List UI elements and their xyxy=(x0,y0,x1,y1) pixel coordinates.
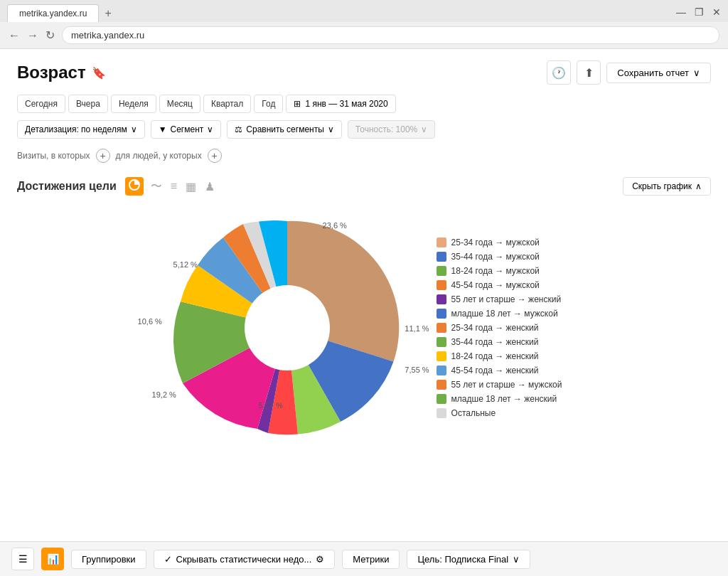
goal-button[interactable]: Цель: Подписка Final ∨ xyxy=(407,550,530,569)
date-range-label: 1 янв — 31 мая 2020 xyxy=(305,99,387,109)
stack-chart-button[interactable]: ≡ xyxy=(169,178,178,194)
hide-stats-button[interactable]: ✓ Скрывать статистически недо... ⚙ xyxy=(154,550,336,569)
label-bottom-left: 19,2 % xyxy=(152,390,176,399)
save-report-button[interactable]: Сохранить отчет ∨ xyxy=(606,63,711,83)
legend-color-2 xyxy=(437,266,446,276)
accuracy-button[interactable]: Точность: 100% ∨ xyxy=(348,120,435,139)
people-label: для людей, у которых xyxy=(116,151,202,161)
legend-item: 45-54 года → мужской xyxy=(437,280,562,290)
date-range-button[interactable]: ⊞ 1 янв — 31 мая 2020 xyxy=(286,95,395,113)
tab-bar: metrika.yandex.ru + — ❐ ✕ xyxy=(0,0,728,22)
visits-label: Визиты, в которых xyxy=(17,151,90,161)
page-header: Возраст 🔖 🕐 ⬆ Сохранить отчет ∨ xyxy=(17,60,711,85)
label-top-left: 5,12 % xyxy=(173,260,198,269)
bar-chart-button[interactable]: ▦ xyxy=(184,178,198,195)
table-view-button[interactable]: ☰ xyxy=(11,548,34,570)
today-filter[interactable]: Сегодня xyxy=(17,95,65,113)
pie-chart xyxy=(166,207,408,449)
chart-title: Достижения цели xyxy=(17,180,117,193)
yesterday-filter[interactable]: Вчера xyxy=(68,95,108,113)
bottom-toolbar: ☰ 📊 Группировки ✓ Скрывать статистически… xyxy=(0,541,728,575)
metrics-button[interactable]: Метрики xyxy=(342,550,400,569)
detail-label: Детализация: по неделям xyxy=(25,124,127,134)
legend-item: 45-54 года → женский xyxy=(437,366,562,375)
legend-item: 55 лет и старше → мужской xyxy=(437,380,562,390)
legend-item: младше 18 лет → мужской xyxy=(437,309,562,319)
compare-dropdown[interactable]: ⚖ Сравнить сегменты ∨ xyxy=(227,120,342,139)
legend-color-12 xyxy=(437,408,446,418)
chart-view-button[interactable]: 📊 xyxy=(41,548,64,570)
window-controls: — ❐ ✕ xyxy=(676,6,721,21)
legend-item: 18-24 года → женский xyxy=(437,351,562,361)
legend-label-12: Остальные xyxy=(451,408,496,418)
legend-item: 35-44 года → мужской xyxy=(437,252,562,262)
legend-item: 18-24 года → мужской xyxy=(437,266,562,276)
maximize-button[interactable]: ❐ xyxy=(695,6,704,18)
legend-color-5 xyxy=(437,309,446,319)
chevron-down-icon: ∨ xyxy=(328,124,334,134)
address-bar: ← → ↻ xyxy=(0,22,728,48)
week-filter[interactable]: Неделя xyxy=(111,95,156,113)
hide-chart-button[interactable]: Скрыть график ∧ xyxy=(623,177,711,196)
back-button[interactable]: ← xyxy=(9,29,20,42)
calendar-icon: ⊞ xyxy=(294,99,301,109)
share-button[interactable]: ⬆ xyxy=(577,60,601,85)
pie-chart-wrapper: 23,6 % 11,1 % 7,55 % 5,27 % 19,2 % 10,6 … xyxy=(166,207,408,449)
quarter-filter[interactable]: Квартал xyxy=(203,95,251,113)
segment-dropdown[interactable]: ▼ Сегмент ∨ xyxy=(151,120,222,139)
refresh-button[interactable]: ↻ xyxy=(46,28,55,42)
legend-color-10 xyxy=(437,380,446,390)
new-tab-button[interactable]: + xyxy=(99,7,117,20)
groupings-button[interactable]: Группировки xyxy=(71,550,146,569)
hide-chart-label: Скрыть график xyxy=(632,181,692,191)
pie-chart-button[interactable] xyxy=(125,177,144,196)
clock-icon: 🕐 xyxy=(552,66,566,80)
add-people-filter-button[interactable]: + xyxy=(208,149,222,163)
chevron-down-icon: ∨ xyxy=(207,124,213,134)
year-filter[interactable]: Год xyxy=(254,95,283,113)
legend-label-6: 25-34 года → женский xyxy=(451,323,539,333)
gear-icon: ⚙ xyxy=(316,554,324,565)
save-report-label: Сохранить отчет xyxy=(617,68,689,78)
filter-icon: ▼ xyxy=(159,124,167,134)
legend-label-2: 18-24 года → мужской xyxy=(451,266,540,276)
page-content: Возраст 🔖 🕐 ⬆ Сохранить отчет ∨ Сегодня … xyxy=(0,49,728,575)
legend-color-3 xyxy=(437,280,446,290)
line-chart-button[interactable]: 〜 xyxy=(149,178,164,196)
detail-dropdown[interactable]: Детализация: по неделям ∨ xyxy=(17,120,145,139)
legend-item: 55 лет и старше → женский xyxy=(437,294,562,304)
month-filter[interactable]: Месяц xyxy=(159,95,200,113)
compare-icon: ⚖ xyxy=(235,124,242,134)
chevron-down-icon: ∨ xyxy=(693,68,700,78)
add-visits-filter-button[interactable]: + xyxy=(96,149,110,163)
donut-hole xyxy=(245,285,330,370)
url-input[interactable] xyxy=(62,26,719,44)
legend-color-8 xyxy=(437,351,446,361)
forward-button[interactable]: → xyxy=(27,29,38,42)
legend-label-7: 35-44 года → женский xyxy=(451,337,539,347)
chart-type-icons: 〜 ≡ ▦ ♟ xyxy=(125,177,216,196)
browser-tab[interactable]: metrika.yandex.ru xyxy=(7,4,99,22)
clock-button[interactable]: 🕐 xyxy=(547,60,571,85)
legend-item: 25-34 года → женский xyxy=(437,323,562,333)
legend-label-3: 45-54 года → мужской xyxy=(451,280,540,290)
chevron-down-icon: ∨ xyxy=(131,124,137,134)
chevron-up-icon: ∧ xyxy=(695,181,702,191)
metrics-label: Метрики xyxy=(353,554,389,565)
close-button[interactable]: ✕ xyxy=(712,6,721,18)
label-top-right: 23,6 % xyxy=(323,221,347,230)
legend-color-4 xyxy=(437,294,446,304)
bookmark-icon[interactable]: 🔖 xyxy=(92,66,106,80)
minimize-button[interactable]: — xyxy=(676,6,686,18)
label-bottom-right: 7,55 % xyxy=(405,366,429,374)
segment-label: Сегмент xyxy=(171,124,204,134)
legend-item: 25-34 года → мужской xyxy=(437,238,562,247)
label-left: 10,6 % xyxy=(138,317,162,326)
chart-content: 23,6 % 11,1 % 7,55 % 5,27 % 19,2 % 10,6 … xyxy=(17,207,711,449)
accuracy-label: Точность: 100% xyxy=(355,124,417,134)
visits-filter: Визиты, в которых + для людей, у которых… xyxy=(17,149,711,163)
compare-label: Сравнить сегменты xyxy=(246,124,324,134)
goal-label: Цель: Подписка Final xyxy=(417,554,508,565)
person-chart-button[interactable]: ♟ xyxy=(203,178,216,195)
chart-legend: 25-34 года → мужской 35-44 года → мужско… xyxy=(437,238,562,418)
